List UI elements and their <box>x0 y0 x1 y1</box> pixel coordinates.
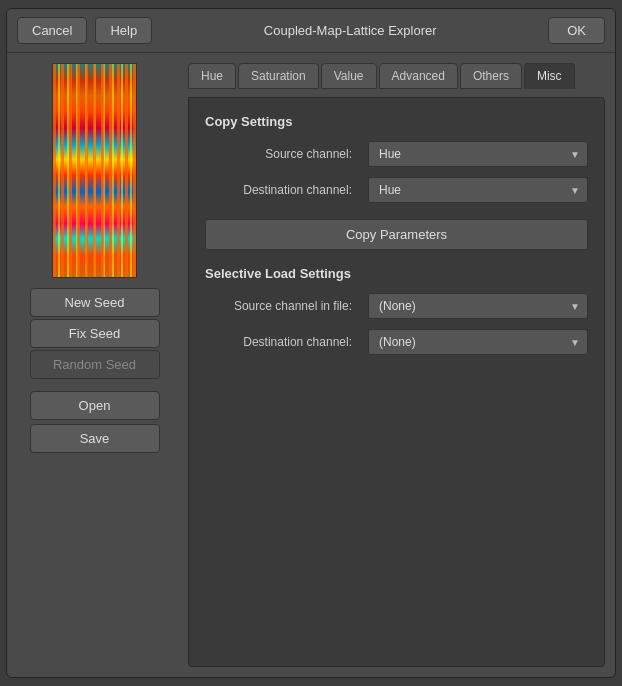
load-dest-channel-select[interactable]: (None) Hue Saturation Value <box>368 329 588 355</box>
source-channel-label: Source channel: <box>205 147 360 161</box>
source-channel-wrapper: Hue Saturation Value ▼ <box>368 141 588 167</box>
tab-others[interactable]: Others <box>460 63 522 89</box>
open-button[interactable]: Open <box>30 391 160 420</box>
source-in-file-label: Source channel in file: <box>205 299 360 313</box>
tab-content-misc: Copy Settings Source channel: Hue Satura… <box>188 97 605 667</box>
open-save-group: Open Save <box>30 391 160 453</box>
preview-inner <box>53 64 136 277</box>
selective-load-title: Selective Load Settings <box>205 266 588 281</box>
tab-advanced[interactable]: Advanced <box>379 63 458 89</box>
source-channel-select[interactable]: Hue Saturation Value <box>368 141 588 167</box>
cancel-button[interactable]: Cancel <box>17 17 87 44</box>
preview-image <box>52 63 137 278</box>
tab-value[interactable]: Value <box>321 63 377 89</box>
destination-channel-row: Destination channel: Hue Saturation Valu… <box>205 177 588 203</box>
window-title: Coupled-Map-Lattice Explorer <box>160 23 540 38</box>
seed-buttons: New Seed Fix Seed Random Seed <box>30 288 160 379</box>
source-in-file-row: Source channel in file: (None) Hue Satur… <box>205 293 588 319</box>
save-button[interactable]: Save <box>30 424 160 453</box>
new-seed-button[interactable]: New Seed <box>30 288 160 317</box>
fix-seed-button[interactable]: Fix Seed <box>30 319 160 348</box>
copy-settings-title: Copy Settings <box>205 114 588 129</box>
ok-button[interactable]: OK <box>548 17 605 44</box>
dest-channel-label: Destination channel: <box>205 183 360 197</box>
main-window: Cancel Help Coupled-Map-Lattice Explorer… <box>6 8 616 678</box>
help-button[interactable]: Help <box>95 17 152 44</box>
copy-parameters-button[interactable]: Copy Parameters <box>205 219 588 250</box>
dest-channel-wrapper: Hue Saturation Value ▼ <box>368 177 588 203</box>
random-seed-button[interactable]: Random Seed <box>30 350 160 379</box>
tabs: Hue Saturation Value Advanced Others Mis… <box>188 63 605 89</box>
load-dest-channel-wrapper: (None) Hue Saturation Value ▼ <box>368 329 588 355</box>
source-channel-row: Source channel: Hue Saturation Value ▼ <box>205 141 588 167</box>
load-dest-channel-row: Destination channel: (None) Hue Saturati… <box>205 329 588 355</box>
tab-misc[interactable]: Misc <box>524 63 575 89</box>
tab-saturation[interactable]: Saturation <box>238 63 319 89</box>
right-panel: Hue Saturation Value Advanced Others Mis… <box>182 53 615 677</box>
title-bar: Cancel Help Coupled-Map-Lattice Explorer… <box>7 9 615 53</box>
load-dest-channel-label: Destination channel: <box>205 335 360 349</box>
source-in-file-wrapper: (None) Hue Saturation Value ▼ <box>368 293 588 319</box>
main-content: New Seed Fix Seed Random Seed Open Save … <box>7 53 615 677</box>
tab-hue[interactable]: Hue <box>188 63 236 89</box>
dest-channel-select[interactable]: Hue Saturation Value <box>368 177 588 203</box>
source-in-file-select[interactable]: (None) Hue Saturation Value <box>368 293 588 319</box>
left-panel: New Seed Fix Seed Random Seed Open Save <box>7 53 182 677</box>
